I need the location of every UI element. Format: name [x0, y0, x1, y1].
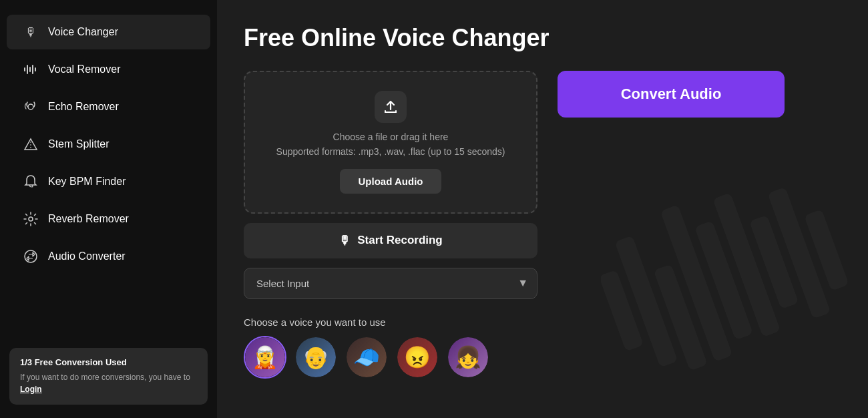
sidebar-item-label: Vocal Remover — [48, 63, 121, 75]
svg-rect-4 — [35, 67, 36, 71]
upload-icon — [375, 91, 407, 123]
svg-point-9 — [25, 250, 37, 262]
page-title: Free Online Voice Changer — [244, 24, 841, 52]
sidebar-item-label: Echo Remover — [48, 101, 119, 113]
svg-point-5 — [28, 104, 33, 110]
voice-section-title: Choose a voice you want to use — [244, 317, 537, 328]
sidebar-item-audio-converter[interactable]: Audio Converter — [7, 239, 210, 274]
sidebar-item-label: Reverb Remover — [48, 213, 129, 225]
upload-audio-button[interactable]: Upload Audio — [340, 169, 442, 194]
upload-hint: Choose a file or drag it here Supported … — [276, 130, 505, 160]
sidebar-item-reverb-remover[interactable]: Reverb Remover — [7, 202, 210, 236]
content-area: Choose a file or drag it here Supported … — [244, 71, 841, 379]
svg-rect-0 — [24, 67, 25, 71]
voice-avatars: 🧝 👴 🧢 😠 👧 — [244, 336, 537, 379]
svg-point-8 — [29, 217, 33, 221]
settings-icon — [23, 211, 39, 227]
echo-icon — [23, 99, 39, 115]
voice-avatar-5[interactable]: 👧 — [447, 336, 489, 379]
voice-avatar-2[interactable]: 👴 — [294, 336, 337, 379]
main-content: Free Online Voice Changer Choose a file … — [217, 0, 868, 418]
voice-avatar-1[interactable]: 🧝 — [244, 336, 286, 379]
footer-description: If you want to do more conversions, you … — [20, 371, 197, 395]
upload-dropzone[interactable]: Choose a file or drag it here Supported … — [244, 71, 537, 214]
voice-avatar-3[interactable]: 🧢 — [345, 336, 388, 379]
footer-title: 1/3 Free Conversion Used — [20, 357, 197, 367]
microphone-icon: 🎙 — [339, 234, 351, 248]
sidebar-item-stem-splitter[interactable]: Stem Splitter — [7, 127, 210, 162]
sidebar-footer: 1/3 Free Conversion Used If you want to … — [9, 348, 208, 405]
svg-rect-2 — [29, 67, 31, 72]
right-panel: Convert Audio — [558, 71, 785, 118]
select-input-dropdown[interactable]: Select Input — [244, 268, 537, 299]
sidebar: 🎙 Voice Changer Vocal Remover Echo Remov… — [0, 0, 217, 418]
waveform-icon — [23, 61, 39, 77]
svg-rect-3 — [32, 65, 33, 74]
start-recording-button[interactable]: 🎙 Start Recording — [244, 223, 537, 258]
triangle-icon — [23, 136, 39, 152]
svg-rect-1 — [27, 65, 28, 74]
sidebar-item-key-bpm-finder[interactable]: Key BPM Finder — [7, 164, 210, 199]
login-link[interactable]: Login — [20, 385, 42, 394]
left-panel: Choose a file or drag it here Supported … — [244, 71, 537, 379]
sidebar-item-voice-changer[interactable]: 🎙 Voice Changer — [7, 15, 210, 49]
convert-audio-button[interactable]: Convert Audio — [558, 71, 785, 118]
converter-icon — [23, 248, 39, 264]
bell-icon — [23, 174, 39, 190]
sidebar-item-label: Stem Splitter — [48, 138, 110, 150]
voice-avatar-4[interactable]: 😠 — [396, 336, 439, 379]
sidebar-item-vocal-remover[interactable]: Vocal Remover — [7, 52, 210, 87]
sidebar-item-label: Audio Converter — [48, 250, 126, 262]
sidebar-item-label: Key BPM Finder — [48, 176, 126, 188]
microphone-icon: 🎙 — [23, 24, 39, 40]
input-select-wrapper: Select Input ▼ — [244, 268, 537, 299]
voice-section: Choose a voice you want to use 🧝 👴 🧢 😠 — [244, 317, 537, 379]
sidebar-item-label: Voice Changer — [48, 26, 118, 38]
sidebar-item-echo-remover[interactable]: Echo Remover — [7, 89, 210, 124]
